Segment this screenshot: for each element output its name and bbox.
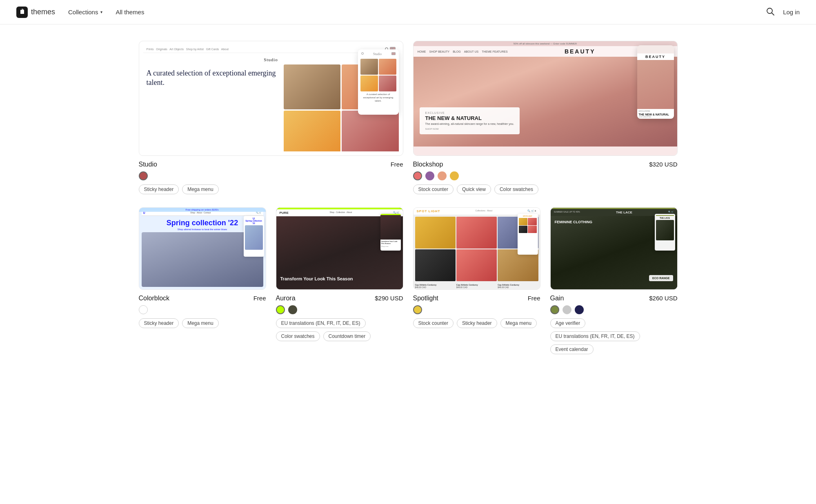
spotlight-name: Spotlight — [413, 295, 438, 302]
studio-hero-text: A curated selection of exceptional emerg… — [143, 64, 284, 151]
studio-tag-sticky-header[interactable]: Sticky header — [139, 184, 179, 194]
colorblock-swatch-0[interactable] — [139, 305, 148, 314]
gain-name: Gain — [550, 295, 564, 302]
colorblock-info: Colorblock Free — [139, 295, 266, 302]
colorblock-tag-sticky-header[interactable]: Sticky header — [139, 318, 179, 328]
blockshop-swatch-3[interactable] — [450, 171, 459, 180]
colorblock-preview-container: U Shop · About · Contact 🔍 🛒 Spring coll… — [139, 207, 266, 290]
studio-brand-text: Studio — [264, 57, 278, 62]
svg-point-5 — [361, 53, 363, 55]
spotlight-tag-stock-counter[interactable]: Stock counter — [413, 318, 454, 328]
aurora-hero-text: Transform Your Look This Season — [280, 276, 399, 281]
studio-tags: Sticky header Mega menu — [139, 184, 403, 194]
studio-info: Studio Free — [139, 161, 403, 168]
nav-logo[interactable]: themes — [16, 7, 55, 18]
theme-card-studio[interactable]: Prints Originals Art Objects Shop by Art… — [139, 41, 403, 194]
aurora-swatch-1[interactable] — [288, 305, 297, 314]
aurora-mobile: Transform Your Look This Season Shop now — [380, 214, 401, 251]
spotlight-preview-container: SPOT LIGHT Collections · About 🔍 🛒 ✕ Cap — [413, 207, 540, 290]
colorblock-name: Colorblock — [139, 295, 170, 302]
main-nav: themes Collections ▾ All themes Log in — [0, 0, 816, 24]
blockshop-swatches — [413, 171, 678, 180]
blockshop-swatch-0[interactable] — [413, 171, 422, 180]
blockshop-tag-stock-counter[interactable]: Stock counter — [413, 184, 454, 194]
aurora-tag-eu[interactable]: EU translations (EN, FR, IT, DE, ES) — [276, 318, 366, 328]
colorblock-price: Free — [253, 295, 266, 302]
nav-logo-text: themes — [31, 8, 55, 16]
aurora-swatch-0[interactable] — [276, 305, 285, 314]
gain-tag-event-calendar[interactable]: Event calendar — [550, 344, 594, 354]
nav-left: themes Collections ▾ All themes — [16, 7, 144, 18]
svg-line-2 — [772, 13, 774, 15]
theme-card-aurora[interactable]: PURE Shop · Collection · About 🔍 🛒 Trans… — [276, 207, 403, 354]
gain-tag-age-verifier[interactable]: Age verifier — [550, 318, 586, 328]
theme-card-spotlight[interactable]: SPOT LIGHT Collections · About 🔍 🛒 ✕ Cap — [413, 207, 540, 354]
nav-right: Log in — [766, 7, 800, 18]
gain-tags: Age verifier EU translations (EN, FR, IT… — [550, 318, 678, 354]
spotlight-info: Spotlight Free — [413, 295, 540, 302]
gain-swatch-0[interactable] — [550, 305, 559, 314]
studio-mobile-overlay: Studio A curated selection of exceptiona… — [358, 49, 399, 115]
themes-bottom-grid: U Shop · About · Contact 🔍 🛒 Spring coll… — [139, 207, 678, 354]
gain-info: Gain $260 USD — [550, 295, 678, 302]
spotlight-mobile: SPOTLIGHT — [518, 214, 538, 255]
theme-card-gain[interactable]: SUMMER SALE UP TO 40% THE LACE 🔍 🛒 FEMIN… — [550, 207, 678, 354]
main-content: Prints Originals Art Objects Shop by Art… — [122, 24, 694, 379]
blockshop-price: $320 USD — [649, 161, 677, 168]
collections-link[interactable]: Collections ▾ — [68, 9, 102, 16]
themes-top-grid: Prints Originals Art Objects Shop by Art… — [139, 41, 678, 194]
studio-tag-mega-menu[interactable]: Mega menu — [182, 184, 218, 194]
aurora-tags: EU translations (EN, FR, IT, DE, ES) Col… — [276, 318, 403, 341]
spotlight-tag-sticky-header[interactable]: Sticky header — [457, 318, 497, 328]
blockshop-preview-container: 50% off all skincare this weekend — Ente… — [413, 41, 678, 156]
search-icon[interactable] — [766, 7, 775, 18]
aurora-swatches — [276, 305, 403, 314]
aurora-price: $290 USD — [375, 295, 403, 302]
blockshop-overlay: EXCLUSIVE THE NEW & NATURAL The award-wi… — [420, 107, 520, 134]
gain-price: $260 USD — [649, 295, 677, 302]
gain-swatches — [550, 305, 678, 314]
blockshop-name: Blockshop — [413, 161, 443, 168]
aurora-info: Aurora $290 USD — [276, 295, 403, 302]
gain-swatch-1[interactable] — [563, 305, 571, 314]
colorblock-tags: Sticky header Mega menu — [139, 318, 266, 328]
spotlight-price: Free — [528, 295, 540, 302]
studio-price: Free — [391, 161, 403, 168]
blockshop-mobile-overlay: BEAUTY EXCLUSIVE THE NEW & NATURAL JUST … — [637, 45, 674, 119]
spotlight-swatches — [413, 305, 540, 314]
gain-mobile: THE LACE — [655, 214, 675, 251]
aurora-tag-countdown[interactable]: Countdown timer — [323, 331, 371, 341]
blockshop-tag-color-swatches[interactable]: Color swatches — [494, 184, 538, 194]
gain-tag-eu[interactable]: EU translations (EN, FR, IT, DE, ES) — [550, 331, 640, 341]
spotlight-tag-mega-menu[interactable]: Mega menu — [500, 318, 537, 328]
blockshop-top-bar: 50% off all skincare this weekend — Ente… — [414, 41, 677, 46]
colorblock-mobile: U Spring collection '22 — [244, 216, 264, 257]
shopify-icon — [16, 7, 28, 18]
studio-name: Studio — [139, 161, 157, 168]
theme-card-blockshop[interactable]: 50% off all skincare this weekend — Ente… — [413, 41, 678, 194]
blockshop-tag-quick-view[interactable]: Quick view — [457, 184, 491, 194]
blockshop-info: Blockshop $320 USD — [413, 161, 678, 168]
gain-swatch-2[interactable] — [575, 305, 584, 314]
studio-swatch-0[interactable] — [139, 171, 148, 180]
studio-preview: Prints Originals Art Objects Shop by Art… — [139, 41, 403, 156]
login-link[interactable]: Log in — [783, 9, 800, 16]
studio-swatches — [139, 171, 403, 180]
aurora-tag-color-swatches[interactable]: Color swatches — [276, 331, 320, 341]
spotlight-tags: Stock counter Sticky header Mega menu — [413, 318, 540, 328]
blockshop-swatch-2[interactable] — [438, 171, 447, 180]
blockshop-swatch-1[interactable] — [425, 171, 434, 180]
aurora-preview-container: PURE Shop · Collection · About 🔍 🛒 Trans… — [276, 207, 403, 290]
all-themes-link[interactable]: All themes — [116, 9, 144, 16]
colorblock-tag-mega-menu[interactable]: Mega menu — [182, 318, 218, 328]
chevron-down-icon: ▾ — [100, 10, 102, 14]
gain-preview-container: SUMMER SALE UP TO 40% THE LACE 🔍 🛒 FEMIN… — [550, 207, 678, 290]
theme-card-colorblock[interactable]: U Shop · About · Contact 🔍 🛒 Spring coll… — [139, 207, 266, 354]
colorblock-swatches — [139, 305, 266, 314]
aurora-name: Aurora — [276, 295, 296, 302]
spotlight-swatch-0[interactable] — [413, 305, 422, 314]
blockshop-tags: Stock counter Quick view Color swatches — [413, 184, 678, 194]
